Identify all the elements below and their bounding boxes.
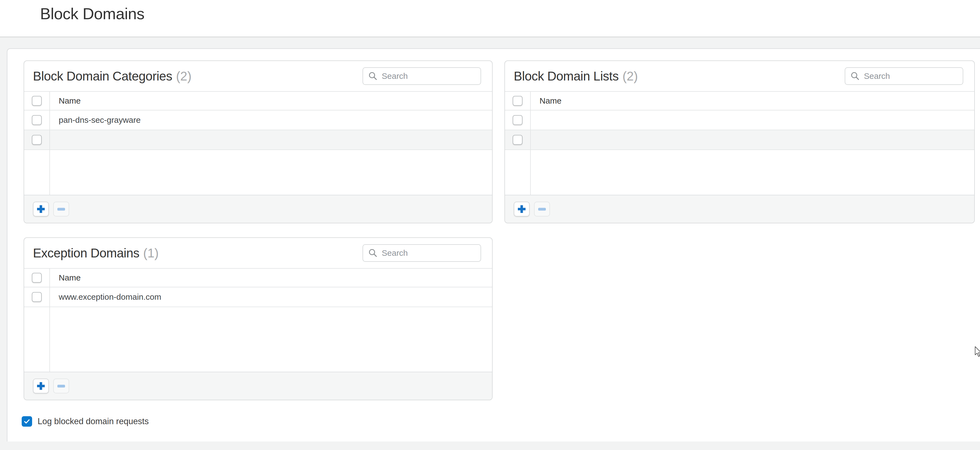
search-icon (368, 248, 378, 258)
panel-footer (24, 372, 492, 400)
add-button[interactable] (33, 202, 49, 217)
table-header-row: Name (24, 91, 492, 110)
row-checkbox-cell (24, 287, 50, 306)
add-button[interactable] (33, 378, 49, 393)
search-box[interactable] (363, 244, 481, 262)
remove-button[interactable] (53, 202, 69, 217)
column-header-name: Name (50, 269, 81, 287)
content-card: Block Domain Categories (2) Name pan-dns… (7, 48, 980, 442)
checkbox-column-filler (24, 150, 50, 195)
row-checkbox-cell (505, 110, 531, 130)
app-header: Block Domains (0, 0, 980, 37)
search-icon (850, 71, 860, 81)
column-header-name: Name (50, 92, 81, 110)
row-checkbox[interactable] (32, 115, 42, 125)
panel-count-badge: (2) (622, 69, 638, 83)
row-name-cell: www.exception-domain.com (50, 287, 161, 306)
select-all-cell (505, 92, 531, 110)
row-checkbox[interactable] (513, 135, 522, 145)
block-domains-page: { "page": { "title": "Block Domains" }, … (0, 0, 980, 450)
minus-icon (537, 204, 547, 214)
row-checkbox[interactable] (32, 135, 42, 145)
mouse-cursor (974, 346, 980, 357)
table-header-row: Name (24, 268, 492, 287)
log-blocked-option: Log blocked domain requests (22, 416, 149, 427)
search-box[interactable] (845, 67, 963, 85)
plus-icon (36, 381, 46, 391)
checkbox-column-filler (505, 150, 531, 195)
panel-footer (505, 195, 974, 223)
search-input[interactable] (382, 248, 476, 258)
select-all-checkbox[interactable] (32, 273, 42, 283)
panel-count-badge: (2) (176, 69, 192, 83)
table-row[interactable]: www.exception-domain.com (24, 287, 492, 307)
row-checkbox[interactable] (513, 115, 522, 125)
row-checkbox-cell (505, 130, 531, 150)
column-header-name: Name (531, 92, 562, 110)
log-blocked-label: Log blocked domain requests (38, 416, 149, 426)
plus-icon (517, 204, 527, 214)
table-empty-area (505, 150, 974, 195)
select-all-cell (24, 269, 50, 287)
page-title: Block Domains (40, 5, 144, 23)
panel-title: Exception Domains (33, 246, 139, 260)
panel-block-domain-lists: Block Domain Lists (2) Name (504, 61, 975, 223)
select-all-checkbox[interactable] (32, 96, 42, 106)
panel-exception-domains: Exception Domains (1) Name www.exception… (24, 237, 493, 400)
checkbox-column-filler (24, 307, 50, 372)
search-box[interactable] (363, 67, 481, 85)
row-checkbox-cell (24, 110, 50, 130)
select-all-checkbox[interactable] (513, 96, 522, 106)
panel-block-domain-categories: Block Domain Categories (2) Name pan-dns… (24, 61, 493, 223)
table-row[interactable] (505, 130, 974, 150)
panel-title: Block Domain Categories (33, 69, 172, 83)
search-input[interactable] (864, 72, 958, 81)
search-input[interactable] (382, 72, 476, 81)
row-checkbox-cell (24, 130, 50, 150)
table-row[interactable] (24, 130, 492, 150)
remove-button[interactable] (534, 202, 550, 217)
add-button[interactable] (514, 202, 530, 217)
table-empty-area (24, 307, 492, 372)
log-blocked-checkbox[interactable] (22, 416, 32, 427)
panel-footer (24, 195, 492, 223)
row-name-cell: pan-dns-sec-grayware (50, 110, 140, 130)
table-row[interactable] (505, 110, 974, 130)
select-all-cell (24, 92, 50, 110)
checkmark-icon (23, 418, 31, 425)
panel-header: Block Domain Lists (2) (505, 61, 974, 91)
remove-button[interactable] (53, 378, 69, 393)
minus-icon (57, 204, 66, 214)
table-row[interactable]: pan-dns-sec-grayware (24, 110, 492, 130)
row-name-cell (531, 130, 539, 150)
panel-title: Block Domain Lists (514, 69, 619, 83)
plus-icon (36, 204, 46, 214)
row-name-cell (531, 110, 539, 130)
search-icon (368, 71, 378, 81)
minus-icon (57, 381, 66, 391)
row-name-cell (50, 130, 59, 150)
panel-header: Exception Domains (1) (24, 238, 492, 268)
panel-header: Block Domain Categories (2) (24, 61, 492, 91)
table-empty-area (24, 150, 492, 195)
panel-count-badge: (1) (143, 246, 159, 260)
row-checkbox[interactable] (32, 292, 42, 302)
table-header-row: Name (505, 91, 974, 110)
